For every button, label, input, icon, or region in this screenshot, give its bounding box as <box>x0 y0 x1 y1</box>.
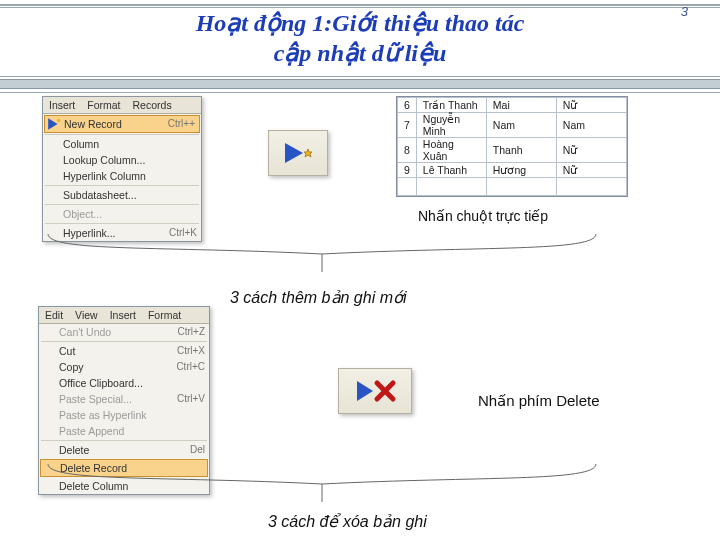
menu-item-accel: Del <box>190 443 205 457</box>
menu-item: Paste as Hyperlink <box>39 407 209 423</box>
delete-record-toolbar-icon <box>338 368 412 414</box>
menu-item: Can't UndoCtrl+Z <box>39 324 209 340</box>
menubar-item: Format <box>142 307 187 323</box>
menu-item: Lookup Column... <box>43 152 201 168</box>
caption-three-ways-add: 3 cách thêm bản ghi mới <box>230 288 407 307</box>
menu-item-accel: Ctrl+V <box>177 392 205 406</box>
caption-press-delete: Nhấn phím Delete <box>478 392 600 410</box>
menubar-item: Records <box>127 97 178 113</box>
menu-item-label: Office Clipboard... <box>59 376 143 390</box>
caption-click-direct: Nhấn chuột trực tiếp <box>418 208 548 224</box>
table-row: 9Lê ThanhHươngNữ <box>398 163 627 178</box>
edit-menubar: Edit View Insert Format <box>39 307 209 324</box>
menu-item-label: Paste as Hyperlink <box>59 408 147 422</box>
menubar-item: Insert <box>104 307 142 323</box>
title-line-2: cập nhật dữ liệu <box>274 40 447 66</box>
new-record-icon <box>47 117 61 129</box>
menubar-item: View <box>69 307 104 323</box>
svg-marker-0 <box>48 118 57 130</box>
menu-item-label: Column <box>63 137 99 151</box>
table-row: 6Trần ThanhMaiNữ <box>398 98 627 113</box>
svg-marker-4 <box>357 381 373 401</box>
menu-item: Office Clipboard... <box>39 375 209 391</box>
brace-top <box>44 232 600 278</box>
menu-item-accel: Ctrl++ <box>168 117 195 131</box>
menu-item-label: Can't Undo <box>59 325 111 339</box>
menu-item: Object... <box>43 206 201 222</box>
menubar-item: Insert <box>43 97 81 113</box>
insert-menubar: Insert Format Records <box>43 97 201 114</box>
menu-item-label: Object... <box>63 207 102 221</box>
menu-item-label: Subdatasheet... <box>63 188 137 202</box>
menu-item-accel: Ctrl+X <box>177 344 205 358</box>
table-row: 7Nguyễn MinhNamNam <box>398 113 627 138</box>
menu-item-label: Paste Append <box>59 424 124 438</box>
menu-item: New RecordCtrl++ <box>44 115 200 133</box>
menu-item-label: Lookup Column... <box>63 153 145 167</box>
sample-data-table: 6Trần ThanhMaiNữ7Nguyễn MinhNamNam8Hoàng… <box>396 96 628 197</box>
table-row: 8Hoàng XuânThanhNữ <box>398 138 627 163</box>
menu-item: CutCtrl+X <box>39 343 209 359</box>
menubar-item: Format <box>81 97 126 113</box>
menu-item-label: New Record <box>64 117 122 131</box>
menu-item-accel: Ctrl+Z <box>178 325 206 339</box>
menu-item: Subdatasheet... <box>43 187 201 203</box>
menu-item-label: Hyperlink Column <box>63 169 146 183</box>
menu-item-label: Cut <box>59 344 75 358</box>
table-row-empty <box>398 178 627 196</box>
brace-bottom <box>44 462 600 508</box>
menu-item-accel: Ctrl+C <box>176 360 205 374</box>
svg-point-1 <box>57 119 61 123</box>
menu-item-label: Copy <box>59 360 84 374</box>
menu-item-label: Paste Special... <box>59 392 132 406</box>
menu-item: Hyperlink Column <box>43 168 201 184</box>
menu-item: Paste Special...Ctrl+V <box>39 391 209 407</box>
menu-item-label: Delete <box>59 443 89 457</box>
svg-marker-3 <box>304 149 312 157</box>
caption-three-ways-delete: 3 cách để xóa bản ghi <box>268 512 427 531</box>
rule-top-1 <box>0 4 720 6</box>
menu-item: DeleteDel <box>39 442 209 458</box>
page-title: Hoạt động 1:Giới thiệu thao tác cập nhật… <box>0 8 720 68</box>
menubar-item: Edit <box>39 307 69 323</box>
menu-item: Paste Append <box>39 423 209 439</box>
header-rule-band <box>0 76 720 94</box>
menu-item: Column <box>43 136 201 152</box>
title-line-1: Hoạt động 1:Giới thiệu thao tác <box>196 10 525 36</box>
svg-marker-2 <box>285 143 303 163</box>
insert-menu-screenshot: Insert Format Records New RecordCtrl++Co… <box>42 96 202 242</box>
new-record-toolbar-icon <box>268 130 328 176</box>
menu-item: CopyCtrl+C <box>39 359 209 375</box>
